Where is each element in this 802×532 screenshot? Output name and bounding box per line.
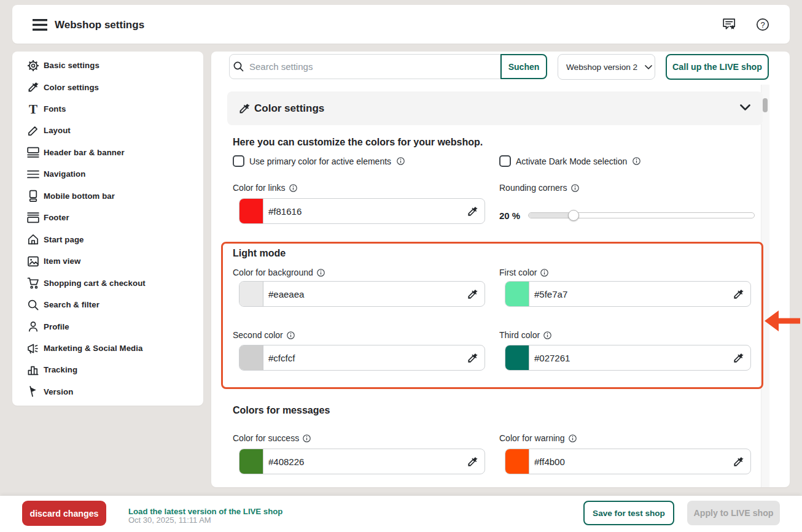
svg-text:T: T (29, 103, 37, 115)
svg-text:?: ? (760, 20, 765, 29)
